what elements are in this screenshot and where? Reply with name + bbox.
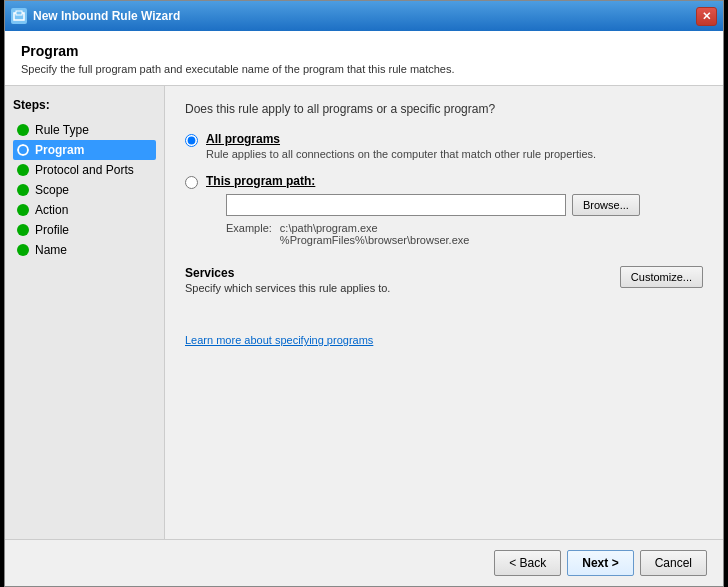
sidebar-item-action[interactable]: Action <box>13 200 156 220</box>
browse-button[interactable]: Browse... <box>572 194 640 216</box>
window-icon <box>11 8 27 24</box>
window-title: New Inbound Rule Wizard <box>33 9 690 23</box>
back-button[interactable]: < Back <box>494 550 561 576</box>
sidebar-item-label: Action <box>35 203 68 217</box>
close-button[interactable]: ✕ <box>696 7 717 26</box>
example-line1: c:\path\program.exe <box>280 222 470 234</box>
example-values: c:\path\program.exe %ProgramFiles%\brows… <box>280 222 470 246</box>
sidebar-item-label: Profile <box>35 223 69 237</box>
svg-rect-1 <box>16 11 22 15</box>
sidebar-item-rule-type[interactable]: Rule Type <box>13 120 156 140</box>
example-label: Example: <box>226 222 272 246</box>
question-text: Does this rule apply to all programs or … <box>185 102 703 116</box>
step-indicator <box>17 224 29 236</box>
sidebar-item-label: Protocol and Ports <box>35 163 134 177</box>
learn-more-link[interactable]: Learn more about specifying programs <box>185 294 703 346</box>
all-programs-desc: Rule applies to all connections on the c… <box>206 148 596 160</box>
program-path-row: Browse... <box>226 194 703 216</box>
sidebar-item-name[interactable]: Name <box>13 240 156 260</box>
sidebar-item-label: Program <box>35 143 84 157</box>
specific-program-option[interactable]: This program path: Browse... Example: c:… <box>185 174 703 246</box>
sidebar-item-scope[interactable]: Scope <box>13 180 156 200</box>
steps-sidebar: Steps: Rule Type Program Protocol and Po… <box>5 86 165 539</box>
steps-label: Steps: <box>13 98 156 112</box>
program-path-section: Browse... Example: c:\path\program.exe %… <box>226 194 703 246</box>
step-indicator <box>17 164 29 176</box>
all-programs-option[interactable]: All programs Rule applies to all connect… <box>185 132 703 160</box>
services-title: Services <box>185 266 390 280</box>
all-programs-label[interactable]: All programs <box>206 132 280 146</box>
all-programs-radio[interactable] <box>185 134 198 147</box>
specific-program-label[interactable]: This program path: <box>206 174 315 188</box>
step-indicator <box>17 144 29 156</box>
step-indicator <box>17 204 29 216</box>
page-description: Specify the full program path and execut… <box>21 63 707 75</box>
services-section: Services Specify which services this rul… <box>185 266 703 294</box>
customize-button[interactable]: Customize... <box>620 266 703 288</box>
step-indicator <box>17 124 29 136</box>
page-header: Program Specify the full program path an… <box>5 31 723 86</box>
specific-program-radio[interactable] <box>185 176 198 189</box>
sidebar-item-protocol-ports[interactable]: Protocol and Ports <box>13 160 156 180</box>
example-line2: %ProgramFiles%\browser\browser.exe <box>280 234 470 246</box>
example-section: Example: c:\path\program.exe %ProgramFil… <box>226 222 703 246</box>
next-button[interactable]: Next > <box>567 550 633 576</box>
sidebar-item-label: Name <box>35 243 67 257</box>
footer: < Back Next > Cancel <box>5 539 723 586</box>
sidebar-item-label: Rule Type <box>35 123 89 137</box>
services-text: Services Specify which services this rul… <box>185 266 390 294</box>
services-desc: Specify which services this rule applies… <box>185 282 390 294</box>
sidebar-item-label: Scope <box>35 183 69 197</box>
step-indicator <box>17 244 29 256</box>
page-title: Program <box>21 43 707 59</box>
cancel-button[interactable]: Cancel <box>640 550 707 576</box>
sidebar-item-program[interactable]: Program <box>13 140 156 160</box>
window-controls: ✕ <box>696 7 717 26</box>
sidebar-item-profile[interactable]: Profile <box>13 220 156 240</box>
program-path-input[interactable] <box>226 194 566 216</box>
main-content: Does this rule apply to all programs or … <box>165 86 723 539</box>
titlebar: New Inbound Rule Wizard ✕ <box>5 1 723 31</box>
step-indicator <box>17 184 29 196</box>
